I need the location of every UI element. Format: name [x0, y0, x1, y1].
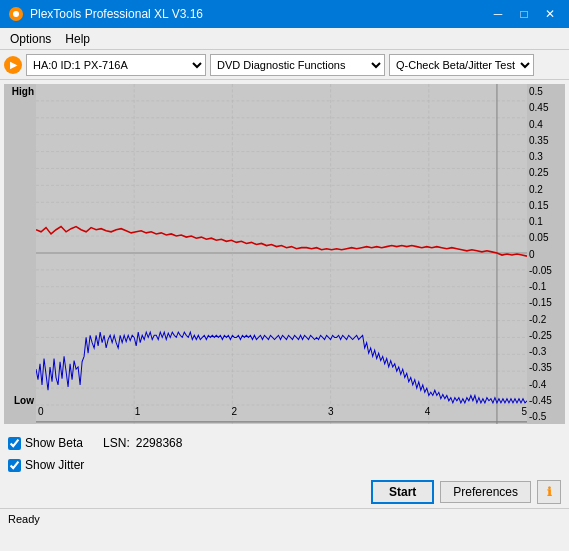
- info-button[interactable]: ℹ: [537, 480, 561, 504]
- start-button[interactable]: Start: [371, 480, 434, 504]
- y-right-6: 0.2: [529, 184, 543, 195]
- drive-select[interactable]: HA:0 ID:1 PX-716A: [26, 54, 206, 76]
- y-right-9: 0.05: [529, 232, 548, 243]
- maximize-button[interactable]: □: [513, 5, 535, 23]
- menu-options[interactable]: Options: [4, 30, 57, 48]
- test-select[interactable]: Q-Check Beta/Jitter Test: [389, 54, 534, 76]
- show-jitter-checkbox[interactable]: [8, 459, 21, 472]
- y-right-12: -0.1: [529, 281, 546, 292]
- y-right-17: -0.35: [529, 362, 552, 373]
- window-title: PlexTools Professional XL V3.16: [30, 7, 203, 21]
- chart-area: High Low: [4, 84, 565, 424]
- lsn-area: LSN: 2298368: [103, 436, 182, 450]
- show-beta-row: Show Beta LSN: 2298368: [8, 432, 561, 454]
- y-right-15: -0.25: [529, 330, 552, 341]
- x-axis: 0 1 2 3 4 5: [36, 406, 527, 424]
- app-icon: [8, 6, 24, 22]
- y-right-13: -0.15: [529, 297, 552, 308]
- function-select[interactable]: DVD Diagnostic Functions: [210, 54, 385, 76]
- show-beta-text: Show Beta: [25, 436, 83, 450]
- x-label-2: 2: [231, 406, 237, 417]
- status-text: Ready: [8, 513, 40, 525]
- menu-help[interactable]: Help: [59, 30, 96, 48]
- y-right-14: -0.2: [529, 314, 546, 325]
- window-controls: ─ □ ✕: [487, 5, 561, 23]
- y-right-5: 0.25: [529, 167, 548, 178]
- drive-icon: ▶: [4, 56, 22, 74]
- y-axis-left: High Low: [4, 84, 36, 424]
- y-right-19: -0.45: [529, 395, 552, 406]
- x-label-0: 0: [38, 406, 44, 417]
- y-low-label: Low: [14, 395, 34, 406]
- bottom-panel: Show Beta LSN: 2298368 Show Jitter: [0, 428, 569, 480]
- y-high-label: High: [12, 86, 34, 97]
- y-axis-right: 0.5 0.45 0.4 0.35 0.3 0.25 0.2 0.15 0.1 …: [527, 84, 565, 424]
- lsn-label: LSN:: [103, 436, 130, 450]
- minimize-button[interactable]: ─: [487, 5, 509, 23]
- show-jitter-label[interactable]: Show Jitter: [8, 458, 84, 472]
- svg-point-1: [13, 11, 19, 17]
- toolbar: ▶ HA:0 ID:1 PX-716A DVD Diagnostic Funct…: [0, 50, 569, 80]
- y-right-20: -0.5: [529, 411, 546, 422]
- action-row: Start Preferences ℹ: [0, 476, 569, 508]
- y-right-11: -0.05: [529, 265, 552, 276]
- menu-bar: Options Help: [0, 28, 569, 50]
- chart-main: 0 1 2 3 4 5: [36, 84, 527, 424]
- y-right-2: 0.4: [529, 119, 543, 130]
- x-label-5: 5: [521, 406, 527, 417]
- y-right-3: 0.35: [529, 135, 548, 146]
- show-jitter-row: Show Jitter: [8, 454, 561, 476]
- svg-rect-2: [36, 84, 527, 424]
- close-button[interactable]: ✕: [539, 5, 561, 23]
- y-right-10: 0: [529, 249, 535, 260]
- x-label-1: 1: [135, 406, 141, 417]
- preferences-button[interactable]: Preferences: [440, 481, 531, 503]
- title-bar: PlexTools Professional XL V3.16 ─ □ ✕: [0, 0, 569, 28]
- status-bar: Ready: [0, 508, 569, 528]
- show-jitter-text: Show Jitter: [25, 458, 84, 472]
- x-label-3: 3: [328, 406, 334, 417]
- y-right-8: 0.1: [529, 216, 543, 227]
- y-right-1: 0.45: [529, 102, 548, 113]
- y-right-16: -0.3: [529, 346, 546, 357]
- y-right-18: -0.4: [529, 379, 546, 390]
- y-right-0: 0.5: [529, 86, 543, 97]
- y-right-4: 0.3: [529, 151, 543, 162]
- lsn-value: 2298368: [136, 436, 183, 450]
- x-label-4: 4: [425, 406, 431, 417]
- show-beta-label[interactable]: Show Beta: [8, 436, 83, 450]
- show-beta-checkbox[interactable]: [8, 437, 21, 450]
- info-icon: ℹ: [547, 485, 552, 499]
- y-right-7: 0.15: [529, 200, 548, 211]
- chart-svg: [36, 84, 527, 424]
